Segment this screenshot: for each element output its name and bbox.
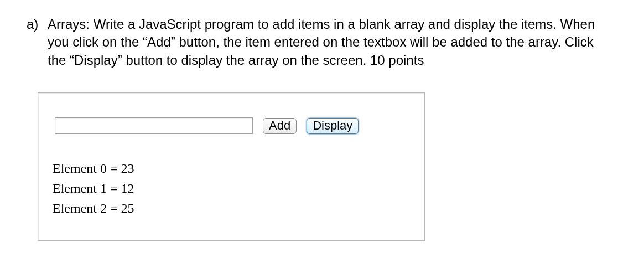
output-area: Element 0 = 23 Element 1 = 12 Element 2 … [53,158,412,218]
question-marker: a) [27,16,48,33]
question-block: a) Arrays: Write a JavaScript program to… [27,16,611,69]
example-panel: Add Display Element 0 = 23 Element 1 = 1… [38,92,425,241]
controls-row: Add Display [55,117,412,134]
output-line-1: Element 1 = 12 [53,178,412,198]
add-button[interactable]: Add [263,118,297,134]
output-line-0: Element 0 = 23 [53,158,412,178]
question-text: Arrays: Write a JavaScript program to ad… [48,16,611,69]
display-button[interactable]: Display [307,118,359,134]
item-input[interactable] [55,117,253,134]
page: a) Arrays: Write a JavaScript program to… [0,0,644,278]
output-line-2: Element 2 = 25 [53,198,412,218]
